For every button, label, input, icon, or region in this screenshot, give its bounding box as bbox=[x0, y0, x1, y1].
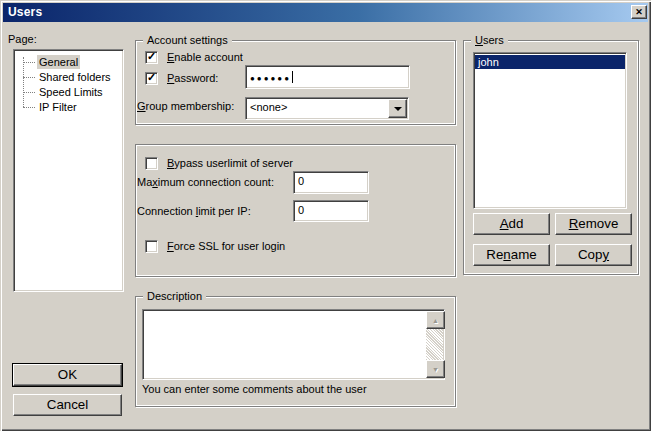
connection-limit-per-ip-input[interactable]: 0 bbox=[293, 200, 369, 222]
remove-button[interactable]: Remove bbox=[555, 213, 632, 235]
page-item-label: IP Filter bbox=[37, 100, 79, 114]
page-item-general[interactable]: General bbox=[14, 55, 123, 69]
checkmark-icon: ✓ bbox=[147, 71, 156, 84]
scroll-up-button[interactable]: ▲ bbox=[426, 311, 445, 329]
page-item-label: Speed Limits bbox=[37, 85, 105, 99]
cancel-button[interactable]: Cancel bbox=[13, 394, 122, 416]
description-title: Description bbox=[143, 289, 206, 303]
copy-button[interactable]: Copy bbox=[555, 244, 632, 266]
scroll-down-icon: ▼ bbox=[432, 366, 439, 373]
page-tree: General Shared folders Speed Limits IP F… bbox=[13, 49, 124, 292]
group-membership-select[interactable]: <none> bbox=[245, 97, 409, 120]
add-button[interactable]: Add bbox=[473, 213, 550, 235]
maximum-connection-count-label: Maximum connection count: bbox=[137, 176, 274, 189]
group-membership-value: <none> bbox=[250, 101, 287, 114]
chevron-down-icon bbox=[394, 107, 402, 115]
titlebar[interactable]: Users bbox=[3, 3, 648, 22]
checkmark-icon: ✓ bbox=[147, 50, 156, 63]
force-ssl-checkbox[interactable] bbox=[145, 240, 158, 253]
page-item-speed-limits[interactable]: Speed Limits bbox=[14, 85, 123, 99]
connection-limit-per-ip-value: 0 bbox=[298, 204, 304, 217]
scroll-up-icon: ▲ bbox=[432, 317, 439, 324]
password-label[interactable]: Password: bbox=[167, 72, 218, 85]
users-list: john bbox=[473, 52, 627, 209]
connection-limit-per-ip-label: Connection limit per IP: bbox=[137, 205, 251, 218]
rename-button[interactable]: Rename bbox=[473, 244, 550, 266]
scroll-down-button[interactable]: ▼ bbox=[426, 360, 445, 378]
force-ssl-label[interactable]: Force SSL for user login bbox=[167, 240, 285, 253]
user-item-label: john bbox=[478, 56, 499, 68]
group-membership-label: Group membership: bbox=[137, 100, 234, 113]
password-masked-value: ●●●●●● bbox=[250, 74, 291, 83]
text-caret bbox=[292, 71, 293, 83]
page-label: Page: bbox=[8, 33, 37, 46]
users-group-title: Users bbox=[471, 33, 508, 47]
user-item-john[interactable]: john bbox=[475, 55, 625, 69]
close-icon: ✕ bbox=[635, 7, 643, 17]
page-item-shared-folders[interactable]: Shared folders bbox=[14, 70, 123, 84]
ok-button[interactable]: OK bbox=[13, 364, 122, 386]
enable-account-label[interactable]: Enable account bbox=[167, 51, 243, 64]
description-hint: You can enter some comments about the us… bbox=[142, 383, 367, 396]
page-item-label: Shared folders bbox=[37, 70, 113, 84]
description-scrollbar[interactable]: ▲ ▼ bbox=[426, 311, 443, 378]
account-settings-title: Account settings bbox=[143, 33, 232, 47]
bypass-userlimit-label[interactable]: Bypass userlimit of server bbox=[167, 157, 293, 170]
dropdown-button[interactable] bbox=[388, 99, 407, 118]
maximum-connection-count-value: 0 bbox=[298, 175, 304, 188]
page-item-ip-filter[interactable]: IP Filter bbox=[14, 100, 123, 114]
password-input[interactable]: ●●●●●● bbox=[245, 65, 410, 89]
password-checkbox[interactable]: ✓ bbox=[145, 72, 158, 85]
maximum-connection-count-input[interactable]: 0 bbox=[293, 171, 369, 194]
description-textarea[interactable]: ▲ ▼ bbox=[142, 309, 445, 380]
users-dialog: Users ✕ Page: General Shared folders Spe… bbox=[0, 0, 651, 431]
enable-account-checkbox[interactable]: ✓ bbox=[145, 51, 158, 64]
bypass-userlimit-checkbox[interactable] bbox=[145, 157, 158, 170]
page-item-label: General bbox=[37, 55, 80, 69]
window-title: Users bbox=[8, 5, 42, 19]
close-button[interactable]: ✕ bbox=[631, 5, 647, 19]
